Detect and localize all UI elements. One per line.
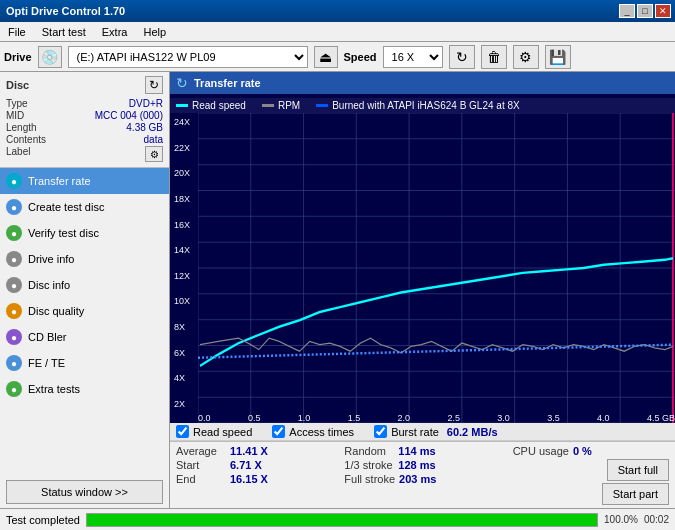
sidebar-item-disc-quality[interactable]: ●Disc quality [0, 298, 169, 324]
access-times-checkbox-label: Access times [289, 426, 354, 438]
chart-plot: 0.0 0.5 1.0 1.5 2.0 2.5 3.0 3.5 4.0 4.5 … [198, 113, 675, 423]
start-label: Start [176, 459, 226, 471]
read-speed-checkbox-item: Read speed [176, 425, 252, 438]
main-layout: Disc ↻ Type DVD+R MID MCC 004 (000) Leng… [0, 72, 675, 508]
sidebar-item-fe-te[interactable]: ●FE / TE [0, 350, 169, 376]
cpu-value: 0 % [573, 445, 623, 457]
title-bar: Opti Drive Control 1.70 _ □ ✕ [0, 0, 675, 22]
sidebar-item-extra-tests[interactable]: ●Extra tests [0, 376, 169, 402]
stroke1-row: 1/3 stroke 128 ms [344, 458, 500, 472]
legend-burned: Burned with ATAPI iHAS624 B GL24 at 8X [316, 100, 520, 111]
content-header: ↻ Transfer rate [170, 72, 675, 94]
stats-col3: CPU usage 0 % Start full Start part [507, 442, 675, 508]
disc-info-panel: Disc ↻ Type DVD+R MID MCC 004 (000) Leng… [0, 72, 169, 168]
end-label: End [176, 473, 226, 485]
maximize-button[interactable]: □ [637, 4, 653, 18]
save-button[interactable]: 💾 [545, 45, 571, 69]
label-button[interactable]: ⚙ [145, 146, 163, 162]
average-row: Average 11.41 X [176, 444, 332, 458]
chart-svg [198, 113, 675, 423]
start-full-row: Start full [513, 458, 669, 482]
burned-color [316, 104, 328, 107]
transfer-rate-icon: ↻ [176, 75, 188, 91]
refresh-button[interactable]: ↻ [449, 45, 475, 69]
sidebar-item-label-verify-test-disc: Verify test disc [28, 227, 99, 239]
erase-button[interactable]: 🗑 [481, 45, 507, 69]
progress-area: Test completed 100.0% 00:02 [0, 508, 675, 530]
progress-percent: 100.0% [604, 514, 638, 525]
nav-icon-fe-te: ● [6, 355, 22, 371]
sidebar-item-drive-info[interactable]: ●Drive info [0, 246, 169, 272]
contents-value: data [144, 134, 163, 145]
start-part-button[interactable]: Start part [602, 483, 669, 505]
read-speed-checkbox-label: Read speed [193, 426, 252, 438]
chart-area: Read speed RPM Burned with ATAPI iHAS624… [170, 94, 675, 423]
content-title: Transfer rate [194, 77, 261, 89]
sidebar-item-create-test-disc[interactable]: ●Create test disc [0, 194, 169, 220]
stroke1-label: 1/3 stroke [344, 459, 394, 471]
sidebar-item-label-cd-bler: CD Bler [28, 331, 67, 343]
menu-bar: File Start test Extra Help [0, 22, 675, 42]
nav-icon-disc-info: ● [6, 277, 22, 293]
stats-area: Average 11.41 X Start 6.71 X End 16.15 X… [170, 441, 675, 508]
status-window-button[interactable]: Status window >> [6, 480, 163, 504]
progress-bar-outer [86, 513, 598, 527]
sidebar-item-label-fe-te: FE / TE [28, 357, 65, 369]
speed-select[interactable]: 16 X [383, 46, 443, 68]
read-speed-checkbox[interactable] [176, 425, 189, 438]
menu-file[interactable]: File [0, 22, 34, 41]
menu-start-test[interactable]: Start test [34, 22, 94, 41]
sidebar-item-verify-test-disc[interactable]: ●Verify test disc [0, 220, 169, 246]
close-button[interactable]: ✕ [655, 4, 671, 18]
y-axis: 24X 22X 20X 18X 16X 14X 12X 10X 8X 6X 4X… [170, 113, 198, 423]
nav-icon-verify-test-disc: ● [6, 225, 22, 241]
nav-icon-extra-tests: ● [6, 381, 22, 397]
access-times-checkbox[interactable] [272, 425, 285, 438]
burst-rate-checkbox[interactable] [374, 425, 387, 438]
eject-button[interactable]: ⏏ [314, 46, 338, 68]
menu-help[interactable]: Help [135, 22, 174, 41]
disc-refresh-button[interactable]: ↻ [145, 76, 163, 94]
label-label: Label [6, 146, 30, 162]
progress-bar-inner [87, 514, 597, 526]
length-label: Length [6, 122, 37, 133]
sidebar-item-label-disc-info: Disc info [28, 279, 70, 291]
start-row: Start 6.71 X [176, 458, 332, 472]
full-stroke-value: 203 ms [399, 473, 449, 485]
full-stroke-row: Full stroke 203 ms [344, 472, 500, 486]
chart-legend: Read speed RPM Burned with ATAPI iHAS624… [170, 98, 675, 113]
sidebar-item-cd-bler[interactable]: ●CD Bler [0, 324, 169, 350]
sidebar-item-label-extra-tests: Extra tests [28, 383, 80, 395]
legend-read-speed: Read speed [176, 100, 246, 111]
random-row: Random 114 ms [344, 444, 500, 458]
sidebar-item-label-create-test-disc: Create test disc [28, 201, 104, 213]
menu-extra[interactable]: Extra [94, 22, 136, 41]
full-stroke-label: Full stroke [344, 473, 395, 485]
sidebar-item-label-transfer-rate: Transfer rate [28, 175, 91, 187]
minimize-button[interactable]: _ [619, 4, 635, 18]
start-value: 6.71 X [230, 459, 280, 471]
burst-rate-value: 60.2 MB/s [447, 426, 498, 438]
nav-icon-cd-bler: ● [6, 329, 22, 345]
sidebar-item-transfer-rate[interactable]: ●Transfer rate [0, 168, 169, 194]
length-value: 4.38 GB [126, 122, 163, 133]
window-title: Opti Drive Control 1.70 [6, 5, 125, 17]
read-speed-legend-label: Read speed [192, 100, 246, 111]
type-value: DVD+R [129, 98, 163, 109]
random-label: Random [344, 445, 394, 457]
cpu-row: CPU usage 0 % [513, 444, 669, 458]
disc-section-title: Disc [6, 79, 29, 91]
stats-grid-wrapper: Average 11.41 X Start 6.71 X End 16.15 X… [170, 442, 675, 508]
nav-icon-drive-info: ● [6, 251, 22, 267]
cpu-label: CPU usage [513, 445, 569, 457]
stats-col2: Random 114 ms 1/3 stroke 128 ms Full str… [338, 442, 506, 508]
start-full-button[interactable]: Start full [607, 459, 669, 481]
read-speed-color [176, 104, 188, 107]
settings-button[interactable]: ⚙ [513, 45, 539, 69]
drive-icon: 💿 [38, 46, 62, 68]
random-value: 114 ms [398, 445, 448, 457]
sidebar-item-disc-info[interactable]: ●Disc info [0, 272, 169, 298]
svg-line-24 [198, 345, 673, 358]
drive-select[interactable]: (E:) ATAPI iHAS122 W PL09 [68, 46, 308, 68]
start-part-row: Start part [513, 482, 669, 506]
